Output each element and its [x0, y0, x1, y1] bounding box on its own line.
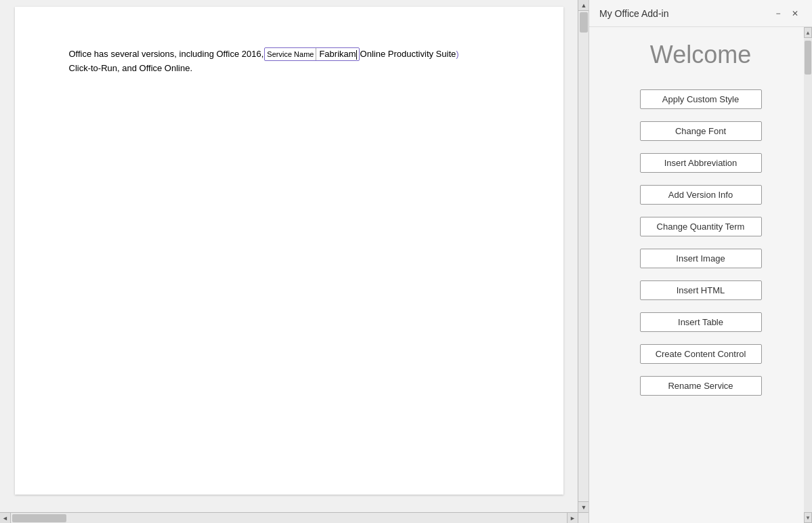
- insert-html-button[interactable]: Insert HTML: [640, 280, 762, 300]
- insert-abbreviation-button[interactable]: Insert Abbreviation: [640, 153, 762, 173]
- addin-panel: My Office Add-in − ✕ Welcome Apply Custo…: [589, 0, 812, 523]
- insert-table-button[interactable]: Insert Table: [640, 312, 762, 332]
- panel-scroll-down-arrow[interactable]: ▼: [804, 512, 812, 523]
- left-section: Office has several versions, including O…: [0, 0, 589, 523]
- doc-vertical-scrollbar[interactable]: ▲ ▼: [578, 0, 589, 512]
- hscroll-track[interactable]: [11, 513, 567, 523]
- change-font-button[interactable]: Change Font: [640, 121, 762, 141]
- app-container: Office has several versions, including O…: [0, 0, 812, 523]
- panel-body: Welcome Apply Custom Style Change Font I…: [589, 27, 812, 523]
- left-main: Office has several versions, including O…: [0, 0, 589, 512]
- hscroll-left-arrow[interactable]: ◄: [0, 513, 11, 523]
- panel-header: My Office Add-in − ✕: [589, 0, 812, 27]
- change-quantity-term-button[interactable]: Change Quantity Term: [640, 217, 762, 236]
- document-scroll-area: Office has several versions, including O…: [0, 0, 578, 501]
- vscroll-up-arrow[interactable]: ▲: [578, 0, 589, 11]
- vscroll-down-arrow[interactable]: ▼: [578, 501, 589, 512]
- document-page: Office has several versions, including O…: [15, 7, 563, 495]
- vscroll-thumb[interactable]: [580, 12, 588, 33]
- service-name-tag[interactable]: Service Name Fabrikam: [264, 47, 359, 61]
- service-name-value: Fabrikam: [316, 48, 356, 60]
- panel-scroll-track[interactable]: [804, 38, 812, 512]
- welcome-heading: Welcome: [650, 41, 751, 69]
- panel-scrollbar[interactable]: ▲ ▼: [804, 27, 812, 523]
- document-line1: Office has several versions, including O…: [69, 47, 509, 62]
- create-content-control-button[interactable]: Create Content Control: [640, 344, 762, 364]
- rename-service-button[interactable]: Rename Service: [640, 376, 762, 396]
- document-line2: Click-to-Run, and Office Online.: [69, 62, 509, 76]
- text-before: Office has several versions, including O…: [69, 47, 264, 62]
- panel-controls: − ✕: [771, 7, 802, 20]
- insert-image-button[interactable]: Insert Image: [640, 249, 762, 268]
- close-button[interactable]: ✕: [788, 7, 802, 20]
- add-version-info-button[interactable]: Add Version Info: [640, 185, 762, 205]
- panel-scroll-thumb[interactable]: [805, 41, 811, 75]
- vscroll-track[interactable]: [578, 11, 589, 501]
- service-name-label: Service Name: [267, 49, 314, 60]
- doc-horizontal-scrollbar[interactable]: ◄ ►: [0, 512, 589, 523]
- hscroll-thumb[interactable]: [12, 514, 66, 522]
- panel-title: My Office Add-in: [599, 8, 668, 19]
- service-name-text: Fabrikam: [319, 49, 356, 59]
- line2-text: Click-to-Run, and Office Online.: [69, 63, 193, 73]
- service-name-rest: Online Productivity Suite: [360, 47, 456, 62]
- apply-custom-style-button[interactable]: Apply Custom Style: [640, 89, 762, 109]
- document-text: Office has several versions, including O…: [69, 47, 509, 76]
- hscroll-right-arrow[interactable]: ►: [567, 513, 578, 523]
- panel-scroll-up-arrow[interactable]: ▲: [804, 27, 812, 38]
- minimize-button[interactable]: −: [771, 7, 785, 20]
- scrollbar-corner: [578, 513, 589, 523]
- document-wrapper: Office has several versions, including O…: [0, 0, 578, 512]
- end-bracket: ): [456, 47, 458, 62]
- text-cursor: [356, 50, 357, 60]
